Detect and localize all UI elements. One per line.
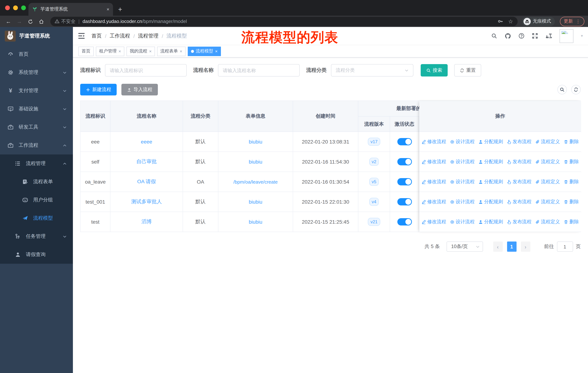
user-avatar[interactable]	[560, 29, 574, 43]
github-icon[interactable]	[505, 33, 511, 39]
assign-rule-link[interactable]: 分配规则	[476, 159, 505, 165]
maximize-window-button[interactable]	[21, 5, 26, 10]
sidebar-item-process-management[interactable]: 流程管理	[0, 154, 73, 173]
sidebar-item-process-form[interactable]: 流程表单	[0, 173, 73, 191]
edit-process-link[interactable]: 修改流程	[420, 199, 448, 205]
category-select[interactable]: 流程分类	[331, 64, 413, 77]
assign-rule-link[interactable]: 分配规则	[476, 138, 505, 145]
hamburger-icon[interactable]	[78, 33, 85, 39]
breadcrumb-workflow[interactable]: 工作流程	[110, 33, 130, 39]
prev-page-button[interactable]: ‹	[493, 242, 503, 252]
process-name-link[interactable]: 测试多审批人	[131, 199, 162, 205]
publish-process-link[interactable]: 发布流程	[505, 199, 533, 205]
publish-process-link[interactable]: 发布流程	[505, 219, 533, 225]
create-process-button[interactable]: 新建流程	[80, 84, 117, 95]
close-window-button[interactable]	[5, 5, 10, 10]
security-status[interactable]: 不安全	[55, 18, 75, 25]
process-name-link[interactable]: 自己审批	[136, 159, 157, 165]
version-badge[interactable]: v2	[369, 158, 379, 166]
reload-icon[interactable]	[26, 18, 35, 24]
browser-tab[interactable]: 芋道管理系统 ×	[28, 3, 113, 16]
sidebar-item-devtools[interactable]: 研发工具	[0, 118, 73, 136]
design-process-link[interactable]: 设计流程	[448, 138, 476, 145]
forward-icon[interactable]: →	[15, 18, 24, 24]
edit-process-link[interactable]: 修改流程	[420, 138, 448, 145]
import-process-button[interactable]: 导入流程	[121, 84, 158, 95]
sidebar-item-payment[interactable]: ¥ 支付管理	[0, 81, 73, 100]
goto-page-input[interactable]	[557, 242, 573, 252]
delete-link[interactable]: 删除	[562, 159, 581, 165]
help-icon[interactable]	[519, 33, 525, 39]
delete-link[interactable]: 删除	[562, 138, 581, 145]
sidebar-item-system[interactable]: 系统管理	[0, 63, 73, 81]
version-badge[interactable]: v5	[369, 178, 379, 186]
current-page-button[interactable]: 1	[507, 242, 516, 252]
header-search-icon[interactable]	[491, 33, 497, 39]
font-size-icon[interactable]	[546, 33, 552, 39]
design-process-link[interactable]: 设计流程	[448, 219, 476, 225]
sidebar-item-user-group[interactable]: 用户分组	[0, 191, 73, 209]
publish-process-link[interactable]: 发布流程	[505, 138, 533, 145]
address-bar[interactable]: 不安全 | dashboard.yudao.iocoder.cn/bpm/man…	[50, 17, 517, 26]
reset-button[interactable]: 重置	[454, 64, 481, 77]
active-toggle[interactable]	[397, 178, 412, 185]
fullscreen-icon[interactable]	[532, 33, 538, 39]
tag-home[interactable]: 首页	[78, 46, 94, 56]
toggle-search-button[interactable]	[557, 85, 567, 94]
sidebar-item-workflow[interactable]: 工作流程	[0, 136, 73, 154]
bookmark-star-icon[interactable]: ☆	[508, 18, 513, 25]
version-badge[interactable]: v21	[368, 218, 380, 226]
assign-rule-link[interactable]: 分配规则	[476, 219, 505, 225]
tag-close-icon[interactable]: ×	[149, 49, 152, 54]
assign-rule-link[interactable]: 分配规则	[476, 199, 505, 205]
tag-close-icon[interactable]: ×	[180, 49, 182, 54]
sidebar-item-leave-query[interactable]: 请假查询	[0, 245, 73, 264]
back-icon[interactable]: ←	[4, 18, 13, 24]
home-icon[interactable]	[36, 18, 46, 24]
process-definition-link[interactable]: 流程定义	[533, 219, 562, 225]
version-badge[interactable]: v4	[369, 198, 379, 206]
design-process-link[interactable]: 设计流程	[448, 179, 476, 185]
sidebar-item-home[interactable]: 首页	[0, 45, 73, 63]
process-name-input[interactable]	[218, 64, 300, 77]
sidebar-logo[interactable]: 芋道管理系统	[0, 27, 73, 45]
process-id-input[interactable]	[105, 64, 187, 77]
process-definition-link[interactable]: 流程定义	[533, 179, 562, 185]
design-process-link[interactable]: 设计流程	[448, 159, 476, 165]
active-toggle[interactable]	[397, 138, 412, 145]
sidebar-item-task-management[interactable]: 任务管理	[0, 227, 73, 245]
form-info-link[interactable]: biubiu	[249, 199, 262, 205]
design-process-link[interactable]: 设计流程	[448, 199, 476, 205]
delete-link[interactable]: 删除	[562, 179, 581, 185]
update-button[interactable]: 更新 ⋮	[560, 17, 584, 26]
key-icon[interactable]	[498, 19, 503, 24]
tag-my-process[interactable]: 我的流程×	[126, 46, 155, 56]
browser-menu-icon[interactable]: ⋮	[576, 19, 580, 24]
breadcrumb-process-management[interactable]: 流程管理	[138, 33, 158, 39]
process-definition-link[interactable]: 流程定义	[533, 159, 562, 165]
tag-close-icon[interactable]: ×	[118, 49, 121, 54]
edit-process-link[interactable]: 修改流程	[420, 179, 448, 185]
active-toggle[interactable]	[397, 198, 412, 205]
tag-tenant[interactable]: 租户管理×	[96, 46, 124, 56]
process-name-link[interactable]: eeee	[141, 139, 152, 145]
minimize-window-button[interactable]	[13, 5, 18, 10]
tag-process-model-active[interactable]: 流程模型×	[188, 46, 221, 56]
tab-close-icon[interactable]: ×	[107, 7, 109, 12]
window-controls[interactable]	[5, 5, 26, 10]
sidebar-item-infrastructure[interactable]: 基础设施	[0, 100, 73, 118]
next-page-button[interactable]: ›	[521, 242, 530, 252]
active-toggle[interactable]	[397, 158, 412, 165]
edit-process-link[interactable]: 修改流程	[420, 159, 448, 165]
edit-process-link[interactable]: 修改流程	[420, 219, 448, 225]
publish-process-link[interactable]: 发布流程	[505, 159, 533, 165]
search-button[interactable]: 搜索	[421, 64, 448, 77]
process-name-link[interactable]: 滔博	[141, 219, 152, 225]
form-info-link[interactable]: biubiu	[249, 219, 262, 225]
refresh-table-button[interactable]	[571, 85, 581, 94]
tag-close-icon[interactable]: ×	[215, 49, 218, 54]
process-name-link[interactable]: OA 请假	[137, 179, 156, 185]
process-definition-link[interactable]: 流程定义	[533, 138, 562, 145]
form-info-link[interactable]: biubiu	[249, 159, 262, 165]
delete-link[interactable]: 删除	[562, 199, 581, 205]
